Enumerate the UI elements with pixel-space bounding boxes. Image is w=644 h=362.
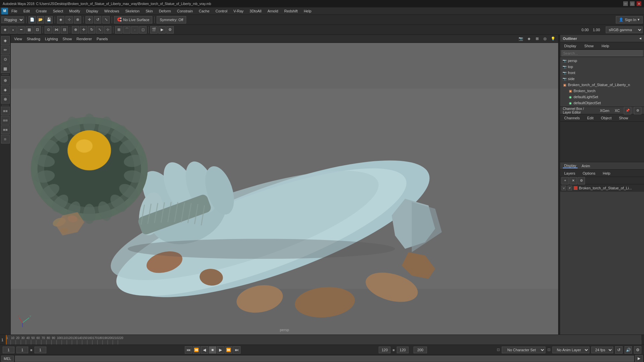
layout-btn3[interactable]: ⊠⊠ (1, 125, 10, 134)
anim-total-input[interactable] (414, 347, 427, 353)
tree-item-side[interactable]: 📷side (561, 76, 643, 82)
play-back-btn[interactable]: ◀ (201, 346, 208, 354)
layer-p-btn[interactable]: P (568, 186, 572, 190)
render-settings-btn[interactable]: ⚙ (166, 26, 174, 34)
joint-sidebar-btn[interactable]: ◈ (1, 85, 10, 94)
deform-sidebar-btn[interactable]: ⊗ (1, 95, 10, 104)
outliner-show-menu[interactable]: Show (582, 43, 596, 49)
character-set-selector[interactable]: No Character Set (502, 347, 545, 353)
layer-options-btn[interactable]: ⚙ (578, 177, 585, 184)
sculpt-sidebar-btn[interactable]: ⊙ (1, 55, 10, 64)
rivet-btn[interactable]: ⊕ (72, 26, 79, 34)
playback-start-frame[interactable] (3, 347, 14, 353)
xgen-label[interactable]: XGen (599, 109, 611, 113)
range-start-input[interactable] (35, 347, 46, 353)
rotate-tool-btn[interactable]: ↺ (94, 16, 101, 23)
loop-btn[interactable]: ↺ (615, 346, 623, 354)
vp-lighting-btn[interactable]: 💡 (549, 35, 557, 43)
vp-select-btn[interactable]: ◈ (525, 35, 533, 43)
symmetry-btn[interactable]: Symmetry: Off (157, 16, 186, 23)
play-fwd-btn[interactable]: ▶ (217, 346, 224, 354)
vp-camera-btn[interactable]: 📷 (517, 35, 525, 43)
range-end-input[interactable] (379, 347, 390, 353)
edge-btn[interactable]: ━ (17, 26, 25, 34)
channel-pin-btn[interactable]: 📌 (624, 107, 631, 114)
snap-surface-btn[interactable]: ◻ (139, 26, 147, 34)
step-back-btn[interactable]: ⏪ (193, 346, 200, 354)
outliner-help-menu[interactable]: Help (599, 43, 612, 49)
vp-smooth-btn[interactable]: ◎ (541, 35, 549, 43)
menu-item-windows[interactable]: Windows (102, 8, 122, 14)
anim-layer-selector[interactable]: No Anim Layer (552, 347, 589, 353)
scale-tool-btn[interactable]: ⤡ (102, 16, 110, 23)
outliner-display-menu[interactable]: Display (561, 43, 579, 49)
menu-item-help[interactable]: Help (301, 8, 314, 14)
sign-in-btn[interactable]: 👤 Sign In ▾ (616, 16, 643, 23)
layout-btn2[interactable]: ⊟⊟ (1, 116, 10, 125)
renderer-menu-btn[interactable]: Renderer (74, 35, 94, 43)
menu-item-skeleton[interactable]: Skeleton (122, 8, 142, 14)
paint-sidebar-btn[interactable]: ✏ (1, 46, 10, 54)
anim-end-input[interactable] (397, 347, 409, 353)
timeline-ruler[interactable] (6, 335, 641, 345)
menu-item-v-ray[interactable]: V-Ray (231, 8, 246, 14)
select-tool-btn[interactable]: ◈ (57, 16, 64, 23)
paint-select-btn[interactable]: ⊗ (74, 16, 81, 23)
channel-settings-btn[interactable]: ⚙ (634, 107, 641, 114)
ik-sidebar-btn[interactable]: ⊕ (1, 76, 10, 85)
select-btn2[interactable]: ◈ (1, 26, 9, 34)
menu-item-cache[interactable]: Cache (196, 8, 212, 14)
color-space-selector[interactable]: sRGB gamma (606, 26, 643, 33)
menu-item-deform[interactable]: Deform (156, 8, 174, 14)
move-tool-btn[interactable]: ✛ (86, 16, 93, 23)
viewport-canvas[interactable]: persp Y X Z (11, 43, 558, 335)
open-file-btn[interactable]: 📂 (37, 16, 44, 23)
menu-item-display[interactable]: Display (84, 8, 101, 14)
menu-item-arnold[interactable]: Arnold (265, 8, 281, 14)
select-sidebar-btn[interactable]: ◈ (1, 36, 10, 45)
minimize-button[interactable]: ─ (623, 1, 628, 6)
edit-menu[interactable]: Edit (584, 115, 596, 121)
scale2-btn[interactable]: ⤡ (96, 26, 103, 34)
tree-item-broken-torch[interactable]: ▣Broken_torch (561, 88, 643, 94)
new-layer-btn[interactable]: + (561, 177, 569, 184)
reflect-btn[interactable]: ⊟ (61, 26, 68, 34)
menu-item-redshift[interactable]: Redshift (281, 8, 300, 14)
show-menu[interactable]: Show (616, 115, 631, 121)
ipr-btn[interactable]: ▶ (158, 26, 166, 34)
menu-item-3dtoall[interactable]: 3DtoAll (247, 8, 264, 14)
search-input[interactable] (561, 50, 643, 56)
options-menu[interactable]: Options (580, 171, 598, 176)
uv-btn[interactable]: ⊡ (34, 26, 41, 34)
live-surface-btn[interactable]: 🧲 No Live Surface (114, 16, 152, 23)
anim-settings-btn[interactable]: ⚙ (634, 346, 641, 354)
tree-item-defaultobjectset[interactable]: ◉defaultObjectSet (561, 100, 643, 106)
tree-item-front[interactable]: 📷front (561, 70, 643, 76)
close-button[interactable]: ✕ (637, 1, 641, 6)
fps-selector[interactable]: 24 fps (591, 347, 613, 353)
skip-to-end-btn[interactable]: ⏭ (233, 346, 240, 354)
new-file-btn[interactable]: 📄 (29, 16, 36, 23)
move2-btn[interactable]: ✛ (80, 26, 87, 34)
face-btn[interactable]: ▦ (25, 26, 33, 34)
outliner-collapse-icon[interactable]: ◂ (639, 36, 641, 41)
vp-wireframe-btn[interactable]: ⊞ (533, 35, 541, 43)
menu-item-select[interactable]: Select (50, 8, 66, 14)
help2-menu[interactable]: Help (600, 171, 613, 176)
tree-item-defaultlightset[interactable]: ◉defaultLightSet (561, 94, 643, 100)
stop-btn[interactable]: ■ (209, 346, 216, 354)
step-fwd-btn[interactable]: ⏩ (225, 346, 232, 354)
menu-item-file[interactable]: File (9, 8, 20, 14)
anim-tab[interactable]: Anim (580, 164, 591, 168)
tree-item-persp[interactable]: 📷persp (561, 58, 643, 64)
object-menu[interactable]: Object (598, 115, 614, 121)
cmd-execute-btn[interactable]: ▶ (635, 355, 643, 362)
tree-item-top[interactable]: 📷top (561, 64, 643, 70)
tree-item-broken-torch-of-statue-of-liberty-n[interactable]: ▣Broken_torch_of_Statue_of_Liberty_n (561, 82, 643, 88)
symmetry2-btn[interactable]: ⋈ (53, 26, 60, 34)
channels-menu[interactable]: Channels (561, 115, 582, 121)
show-menu-btn[interactable]: Show (61, 35, 74, 43)
display-tab[interactable]: Display (563, 164, 578, 168)
menu-item-skin[interactable]: Skin (143, 8, 155, 14)
shading-menu-btn[interactable]: Shading (25, 35, 42, 43)
